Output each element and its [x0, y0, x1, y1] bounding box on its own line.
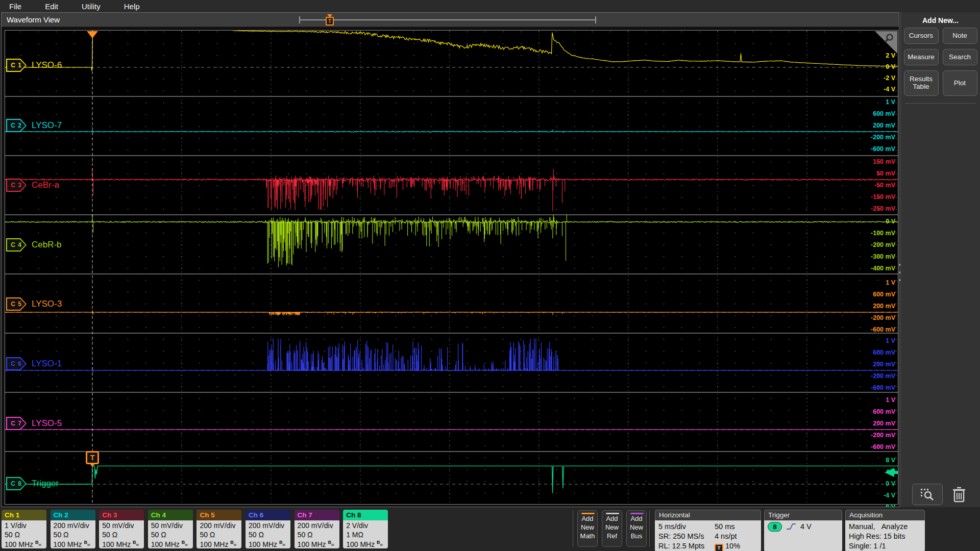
add-new-grid: Cursors Note Measure Search Results Tabl…	[901, 28, 980, 96]
add-new-title: Add New...	[901, 16, 980, 24]
button-color-strip	[581, 513, 595, 514]
waveform-canvas	[5, 31, 898, 504]
channel-settings-badge-2[interactable]: Ch 2 200 mV/div50 Ω100 MHz Bw	[51, 510, 95, 548]
trigger-event-marker-icon[interactable]: T	[86, 451, 99, 464]
plot-button[interactable]: Plot	[943, 70, 977, 96]
channel-badge-settings: 1 V/div50 Ω100 MHz Bw	[2, 520, 46, 548]
channel-badge-settings: 50 mV/div50 Ω100 MHz Bw	[99, 520, 144, 548]
results-sidebar: Add New... Cursors Note Measure Search R…	[900, 12, 980, 507]
trigger-position-top-marker-icon[interactable]	[87, 31, 98, 38]
trigger-source-badge: 8	[768, 522, 782, 532]
record-left-bracket	[299, 16, 300, 23]
channel-badge-title: Ch 3	[99, 510, 144, 520]
horizontal-position: T10%	[715, 541, 740, 551]
channel-settings-badge-7[interactable]: Ch 7 200 mV/div50 Ω100 MHz Bw	[295, 510, 339, 548]
channel-badge-settings: 200 mV/div50 Ω100 MHz Bw	[51, 520, 95, 548]
oscilloscope-app: File Edit Utility Help Waveform View T 2…	[0, 0, 980, 551]
trace-cebr-a	[5, 168, 898, 211]
waveform-tab-bar: Waveform View T	[2, 13, 899, 27]
rising-edge-icon	[786, 523, 796, 530]
channel-settings-badge-5[interactable]: Ch 5 200 mV/div50 Ω100 MHz Bw	[197, 510, 241, 548]
channel-badge-settings: 200 mV/div50 Ω100 MHz Bw	[197, 520, 241, 548]
horizontal-scale: 5 ms/div	[658, 522, 715, 532]
horizontal-resolution: 4 ns/pt	[715, 532, 737, 541]
add-new-math-button[interactable]: AddNewMath	[577, 510, 598, 547]
horizontal-duration: 50 ms	[715, 522, 735, 532]
menu-file[interactable]: File	[9, 2, 21, 11]
channel-badge-title: Ch 4	[148, 510, 193, 520]
channel-tag-c3[interactable]: C 3	[6, 179, 27, 192]
waveform-view-frame: Waveform View T 2 V0 V-2 V-4 VC 1LYSO-61…	[1, 12, 899, 507]
channel-tag-c7[interactable]: C 7	[6, 417, 27, 430]
menu-edit[interactable]: Edit	[45, 2, 58, 11]
menu-bar: File Edit Utility Help	[0, 0, 980, 12]
channel-badge-title: Ch 1	[2, 510, 46, 520]
channel-settings-badge-1[interactable]: Ch 1 1 V/div50 Ω100 MHz Bw	[2, 510, 46, 548]
horizontal-panel-title: Horizontal	[655, 510, 761, 520]
search-button[interactable]: Search	[943, 49, 977, 65]
acquisition-panel[interactable]: Acquisition Manual, Analyze High Res: 15…	[845, 510, 925, 551]
horizontal-position-indicator[interactable]: T	[299, 14, 596, 26]
channel-tag-c5[interactable]: C 5	[6, 297, 27, 311]
channel-settings-badge-6[interactable]: Ch 6 200 mV/div50 Ω100 MHz Bw	[246, 510, 290, 548]
channel-tag-c8[interactable]: C 8	[6, 477, 27, 490]
channel-tag-c4[interactable]: C 4	[6, 238, 27, 252]
button-color-strip	[606, 513, 619, 514]
record-right-bracket	[595, 16, 596, 23]
cursors-button[interactable]: Cursors	[904, 28, 939, 44]
acquisition-mode: Manual,	[849, 522, 875, 531]
horizontal-panel[interactable]: Horizontal 5 ms/div50 ms SR: 250 MS/s4 n…	[655, 510, 761, 551]
channel-badge-title: Ch 7	[295, 510, 339, 520]
channel-tag-c2[interactable]: C 2	[6, 119, 27, 132]
trigger-level: 4 V	[800, 522, 812, 531]
channel-settings-badge-8[interactable]: Ch 8 2 V/div1 MΩ100 MHz Bw	[343, 510, 388, 548]
waveform-view-title: Waveform View	[7, 15, 60, 24]
channel-badge-title: Ch 8	[343, 510, 388, 520]
trace-lyso-1	[5, 338, 898, 372]
trash-button[interactable]	[948, 485, 970, 504]
zoom-mode-icon	[919, 487, 936, 502]
trace-lyso-7	[5, 130, 898, 133]
channel-tag-c1[interactable]: C 1	[6, 59, 27, 72]
menu-utility[interactable]: Utility	[82, 2, 101, 11]
results-table-button[interactable]: Results Table	[904, 70, 939, 96]
channel-badge-settings: 2 V/div1 MΩ100 MHz Bw	[343, 520, 388, 548]
channel-tag-c6[interactable]: C 6	[6, 357, 27, 370]
waveform-plot[interactable]: 2 V0 V-2 V-4 VC 1LYSO-61 V600 mV200 mV-2…	[5, 30, 898, 505]
acquisition-sequence: Single: 1 /1	[849, 541, 921, 551]
bottom-divider	[649, 510, 650, 547]
sidebar-divider	[905, 103, 976, 104]
trace-lyso-5	[5, 429, 898, 430]
channel-badge-title: Ch 2	[51, 510, 95, 520]
horizontal-record-length: RL: 12.5 Mpts	[658, 541, 715, 551]
button-color-strip	[630, 513, 644, 514]
channel-settings-badge-4[interactable]: Ch 4 50 mV/div50 Ω100 MHz Bw	[148, 510, 193, 548]
channel-badge-title: Ch 5	[197, 510, 241, 520]
channel-badge-title: Ch 6	[246, 510, 290, 520]
measure-button[interactable]: Measure	[904, 49, 939, 65]
trace-trigger	[5, 466, 898, 493]
bottom-divider	[573, 510, 573, 547]
channel-badge-settings: 50 mV/div50 Ω100 MHz Bw	[148, 520, 193, 548]
record-view-line	[299, 19, 596, 20]
trace-cebr-b	[5, 210, 898, 267]
acquisition-detail: High Res: 15 bits	[849, 532, 921, 541]
trace-lyso-3	[5, 311, 898, 316]
trigger-panel[interactable]: Trigger 84 V	[764, 510, 842, 551]
trigger-level-arrow-icon	[885, 468, 898, 477]
channel-settings-badge-3[interactable]: Ch 3 50 mV/div50 Ω100 MHz Bw	[99, 510, 144, 548]
channel-badge-settings: 200 mV/div50 Ω100 MHz Bw	[295, 520, 339, 548]
add-new-ref-button[interactable]: AddNewRef	[602, 510, 622, 547]
channel-badge-settings: 200 mV/div50 Ω100 MHz Bw	[246, 520, 290, 548]
settings-bar: Ch 1 1 V/div50 Ω100 MHz BwCh 2 200 mV/di…	[0, 507, 980, 551]
add-new-bus-button[interactable]: AddNewBus	[626, 510, 647, 547]
note-button[interactable]: Note	[943, 28, 977, 44]
trigger-flag-t-icon: T	[326, 17, 334, 26]
zoom-mode-button[interactable]	[912, 484, 943, 505]
horizontal-sample-rate: SR: 250 MS/s	[658, 532, 715, 541]
trigger-t-icon: T	[715, 544, 723, 551]
acquisition-panel-title: Acquisition	[845, 510, 925, 520]
trigger-position-flag[interactable]: T	[326, 14, 334, 26]
menu-help[interactable]: Help	[124, 2, 140, 11]
corner-magnifier-icon	[884, 33, 895, 44]
